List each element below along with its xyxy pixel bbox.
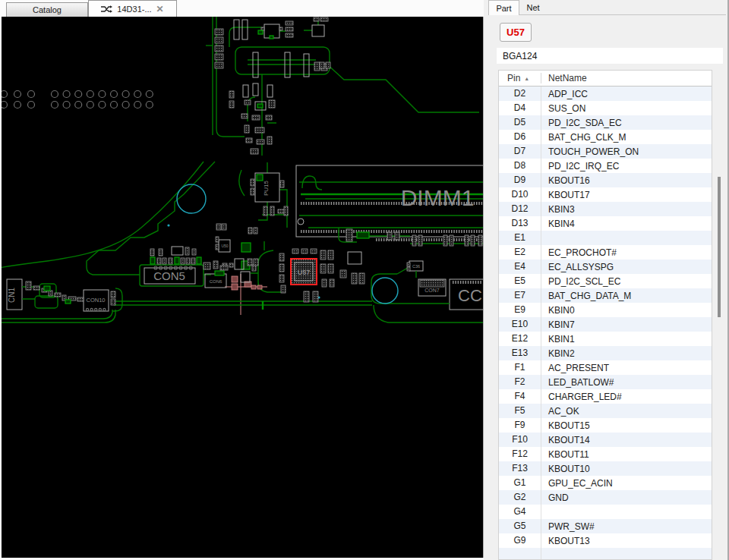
pin-cell[interactable]: D10: [499, 187, 541, 202]
pin-cell[interactable]: E1: [499, 231, 541, 245]
netname-cell[interactable]: BAT_CHG_CLK_M: [541, 132, 712, 143]
tab-part[interactable]: Part: [488, 0, 519, 15]
netname-cell[interactable]: PD_I2C_SDA_EC: [541, 118, 712, 128]
pin-cell[interactable]: G5: [499, 519, 541, 533]
pin-cell[interactable]: D2: [499, 87, 541, 101]
table-row[interactable]: D13KBIN4: [499, 216, 712, 231]
table-row[interactable]: F5AC_OK: [499, 404, 712, 418]
table-row[interactable]: E12KBIN1: [499, 332, 712, 346]
table-row[interactable]: G9KBOUT13: [499, 533, 712, 548]
table-row[interactable]: D8PD_I2C_IRQ_EC: [499, 159, 712, 173]
netname-cell[interactable]: KBOUT13: [541, 536, 712, 546]
pin-cell[interactable]: E7: [499, 288, 541, 303]
scrollbar-thumb[interactable]: [718, 177, 721, 317]
netname-cell[interactable]: GPU_EC_ACIN: [541, 478, 712, 489]
pin-cell[interactable]: D12: [499, 202, 541, 216]
pin-cell[interactable]: D4: [499, 101, 541, 115]
pin-cell[interactable]: F5: [499, 404, 541, 418]
package-field[interactable]: BGA124: [497, 48, 723, 64]
pin-cell[interactable]: F2: [499, 375, 541, 389]
table-row[interactable]: F1AC_PRESENT: [499, 360, 712, 375]
netname-cell[interactable]: ADP_ICC: [541, 89, 712, 99]
pin-cell[interactable]: G4: [499, 505, 541, 519]
netname-cell[interactable]: EC_PROCHOT#: [541, 247, 712, 258]
netname-cell[interactable]: KBOUT14: [541, 435, 712, 445]
pin-cell[interactable]: E5: [499, 274, 541, 288]
netname-cell[interactable]: KBOUT17: [541, 190, 712, 200]
table-row[interactable]: D6BAT_CHG_CLK_M: [499, 130, 712, 144]
table-row[interactable]: F2LED_BATLOW#: [499, 375, 712, 389]
table-scrollbar[interactable]: [712, 70, 727, 560]
pin-cell[interactable]: E13: [499, 346, 541, 360]
netname-cell[interactable]: LED_BATLOW#: [541, 377, 712, 388]
table-row[interactable]: D12KBIN3: [499, 202, 712, 216]
table-row[interactable]: E13KBIN2: [499, 346, 712, 360]
table-row[interactable]: D9KBOUT16: [499, 173, 712, 187]
pin-cell[interactable]: E2: [499, 245, 541, 260]
table-row[interactable]: D5PD_I2C_SDA_EC: [499, 115, 712, 130]
table-row[interactable]: D4SUS_ON: [499, 101, 712, 115]
netname-cell[interactable]: KBOUT10: [541, 464, 712, 474]
pin-cell[interactable]: F4: [499, 389, 541, 404]
netname-cell[interactable]: KBIN2: [541, 348, 712, 359]
netname-cell[interactable]: KBIN0: [541, 305, 712, 316]
netname-cell[interactable]: KBIN7: [541, 319, 712, 330]
table-row[interactable]: E10KBIN7: [499, 317, 712, 332]
refdes-button[interactable]: U57: [500, 23, 532, 42]
table-row[interactable]: F9KBOUT15: [499, 418, 712, 433]
netname-cell[interactable]: EC_ALLSYSPG: [541, 262, 712, 272]
netname-cell[interactable]: GND: [541, 492, 712, 503]
column-header-pin[interactable]: Pin ▲: [499, 73, 541, 83]
pin-cell[interactable]: G9: [499, 533, 541, 548]
pin-cell[interactable]: D6: [499, 130, 541, 144]
netname-cell[interactable]: KBIN1: [541, 334, 712, 344]
table-row[interactable]: E4EC_ALLSYSPG: [499, 260, 712, 274]
table-row[interactable]: D7TOUCH_POWER_ON: [499, 144, 712, 159]
pcb-canvas[interactable]: DIMM1CON5CON10CON6CON7C36CCU57PU15CN1U50: [0, 0, 484, 560]
netname-cell[interactable]: PD_I2C_SCL_EC: [541, 276, 712, 287]
netname-cell[interactable]: KBIN4: [541, 219, 712, 229]
netname-cell[interactable]: KBOUT16: [541, 175, 712, 186]
netname-cell[interactable]: TOUCH_POWER_ON: [541, 146, 712, 157]
table-row[interactable]: D2ADP_ICC: [499, 87, 712, 101]
netname-cell[interactable]: AC_OK: [541, 406, 712, 417]
netname-cell[interactable]: CHARGER_LED#: [541, 392, 712, 402]
netname-cell[interactable]: KBIN3: [541, 204, 712, 215]
table-row[interactable]: E1: [499, 231, 712, 245]
pin-cell[interactable]: G1: [499, 476, 541, 490]
table-row[interactable]: G5PWR_SW#: [499, 519, 712, 533]
table-row[interactable]: G1GPU_EC_ACIN: [499, 476, 712, 490]
table-row[interactable]: F10KBOUT14: [499, 433, 712, 447]
pin-cell[interactable]: D9: [499, 173, 541, 187]
pin-cell[interactable]: F12: [499, 447, 541, 461]
pin-cell[interactable]: F13: [499, 461, 541, 476]
pin-cell[interactable]: G2: [499, 490, 541, 505]
pin-cell[interactable]: D13: [499, 216, 541, 231]
pin-cell[interactable]: F10: [499, 433, 541, 447]
netname-cell[interactable]: AC_PRESENT: [541, 363, 712, 373]
pin-cell[interactable]: D8: [499, 159, 541, 173]
pin-cell[interactable]: F9: [499, 418, 541, 433]
table-row[interactable]: E2EC_PROCHOT#: [499, 245, 712, 260]
pin-cell[interactable]: E12: [499, 332, 541, 346]
pin-cell[interactable]: E4: [499, 260, 541, 274]
pin-cell[interactable]: F1: [499, 360, 541, 375]
table-row[interactable]: F4CHARGER_LED#: [499, 389, 712, 404]
table-row[interactable]: G4: [499, 505, 712, 519]
netname-cell[interactable]: SUS_ON: [541, 103, 712, 114]
netname-cell[interactable]: KBOUT15: [541, 420, 712, 431]
netname-cell[interactable]: PD_I2C_IRQ_EC: [541, 161, 712, 171]
pin-cell[interactable]: E10: [499, 317, 541, 332]
table-row[interactable]: F13KBOUT10: [499, 461, 712, 476]
pin-cell[interactable]: D5: [499, 115, 541, 130]
pin-cell[interactable]: E9: [499, 303, 541, 317]
table-row[interactable]: F12KBOUT11: [499, 447, 712, 461]
pin-cell[interactable]: [499, 548, 541, 560]
column-header-netname[interactable]: NetName: [541, 73, 712, 83]
table-row[interactable]: E9KBIN0: [499, 303, 712, 317]
table-row[interactable]: [499, 548, 712, 560]
table-row[interactable]: G2GND: [499, 490, 712, 505]
table-row[interactable]: D10KBOUT17: [499, 187, 712, 202]
table-row[interactable]: E5PD_I2C_SCL_EC: [499, 274, 712, 288]
table-row[interactable]: E7BAT_CHG_DATA_M: [499, 288, 712, 303]
